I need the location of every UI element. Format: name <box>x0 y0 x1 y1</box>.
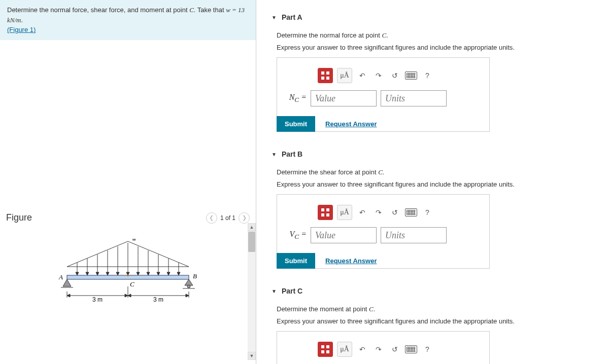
keyboard-button[interactable] <box>405 205 417 220</box>
part-a-prompt2: Express your answer to three significant… <box>277 44 594 51</box>
part-b-request-answer-link[interactable]: Request Answer <box>325 257 377 265</box>
help-button[interactable]: ? <box>421 342 433 357</box>
svg-marker-39 <box>67 294 70 297</box>
redo-button[interactable]: ↷ <box>373 205 385 220</box>
part-c-toolbar: μÅ ↶ ↷ ↺ ? <box>287 342 479 357</box>
part-b-units-input[interactable] <box>381 227 447 243</box>
svg-rect-49 <box>326 77 329 80</box>
templates-button[interactable] <box>318 342 333 357</box>
part-a-request-answer-link[interactable]: Request Answer <box>325 120 377 128</box>
undo-button[interactable]: ↶ <box>356 68 368 83</box>
keyboard-button[interactable] <box>405 342 417 357</box>
svg-marker-42 <box>128 294 131 297</box>
svg-marker-6 <box>86 272 89 275</box>
svg-text:B: B <box>193 272 197 280</box>
undo-button[interactable]: ↶ <box>356 205 368 220</box>
figure-prev-button[interactable]: ❮ <box>206 212 217 224</box>
svg-marker-43 <box>186 294 189 297</box>
reset-button[interactable]: ↺ <box>389 68 401 83</box>
figure-next-button[interactable]: ❯ <box>239 212 250 224</box>
part-a: ▼ Part A Determine the normal force at p… <box>272 10 594 132</box>
part-b-submit-button[interactable]: Submit <box>277 253 315 269</box>
redo-button[interactable]: ↷ <box>373 68 385 83</box>
mu-a-button[interactable]: μÅ <box>337 205 352 220</box>
reset-button[interactable]: ↺ <box>389 205 401 220</box>
undo-button[interactable]: ↶ <box>356 342 368 357</box>
scroll-down-icon[interactable]: ▼ <box>248 352 256 360</box>
part-a-units-input[interactable] <box>381 90 447 106</box>
part-c-header[interactable]: ▼ Part C <box>272 284 594 298</box>
prompt-mid: . Take that <box>194 6 226 14</box>
svg-marker-18 <box>147 272 150 275</box>
svg-marker-24 <box>177 272 180 275</box>
figure-scrollbar[interactable]: ▲ ▼ <box>248 223 256 360</box>
part-b-prompt1: Determine the shear force at point C. <box>277 168 594 176</box>
svg-text:A: A <box>58 273 63 281</box>
figure-title: Figure <box>6 212 32 223</box>
svg-rect-56 <box>321 350 324 353</box>
part-a-submit-button[interactable]: Submit <box>277 116 315 132</box>
label-w: w <box>132 239 137 242</box>
templates-button[interactable] <box>318 205 333 220</box>
templates-button[interactable] <box>318 68 333 83</box>
svg-rect-52 <box>321 213 324 216</box>
caret-down-icon: ▼ <box>272 288 277 294</box>
svg-marker-12 <box>116 272 119 275</box>
svg-marker-16 <box>137 272 140 275</box>
right-panel: ▼ Part A Determine the normal force at p… <box>256 0 609 364</box>
svg-marker-26 <box>63 279 71 286</box>
svg-rect-54 <box>321 345 324 348</box>
mu-a-button[interactable]: μÅ <box>337 342 352 357</box>
mu-a-button[interactable]: μÅ <box>337 68 352 83</box>
scroll-up-icon[interactable]: ▲ <box>248 223 256 231</box>
svg-point-31 <box>127 274 129 276</box>
svg-rect-57 <box>326 350 329 353</box>
svg-marker-4 <box>76 272 79 275</box>
part-b-value-input[interactable] <box>311 227 377 243</box>
svg-rect-53 <box>326 213 329 216</box>
part-a-header[interactable]: ▼ Part A <box>272 10 594 24</box>
prompt-point: C <box>189 6 194 14</box>
part-a-value-input[interactable] <box>311 90 377 106</box>
part-c-prompt1: Determine the moment at point C. <box>277 305 594 313</box>
part-b-input-row: VC = <box>287 227 479 243</box>
svg-text:C: C <box>130 280 134 288</box>
caret-down-icon: ▼ <box>272 15 277 20</box>
part-b: ▼ Part B Determine the shear force at po… <box>272 147 594 269</box>
svg-text:3 m: 3 m <box>153 296 163 303</box>
part-b-prompt2: Express your answer to three significant… <box>277 180 594 188</box>
svg-marker-22 <box>167 272 170 275</box>
svg-rect-50 <box>321 208 324 211</box>
part-a-prompt1: Determine the normal force at point C. <box>277 31 594 40</box>
figure-pager: ❮ 1 of 1 ❯ <box>206 212 250 224</box>
svg-rect-46 <box>321 71 324 75</box>
help-button[interactable]: ? <box>421 205 433 220</box>
part-a-title: Part A <box>282 13 302 21</box>
part-a-input-row: NC = <box>287 90 479 106</box>
figure-link[interactable]: (Figure 1) <box>7 26 36 33</box>
svg-rect-47 <box>326 71 329 75</box>
part-b-header[interactable]: ▼ Part B <box>272 147 594 161</box>
keyboard-button[interactable] <box>405 68 417 83</box>
part-b-toolbar: μÅ ↶ ↷ ↺ ? <box>287 205 479 220</box>
help-button[interactable]: ? <box>421 68 433 83</box>
figure-pager-text: 1 of 1 <box>220 214 235 222</box>
caret-down-icon: ▼ <box>272 152 277 157</box>
figure-image: w A B C 3 m 3 m <box>0 224 256 325</box>
svg-marker-8 <box>96 272 99 275</box>
scroll-thumb[interactable] <box>248 232 255 252</box>
redo-button[interactable]: ↷ <box>373 342 385 357</box>
svg-marker-28 <box>185 279 193 285</box>
problem-prompt: Determine the normal force, shear force,… <box>0 0 256 40</box>
svg-text:3 m: 3 m <box>92 296 103 303</box>
part-c-prompt2: Express your answer to three significant… <box>277 317 594 325</box>
figure-header: Figure ❮ 1 of 1 ❯ <box>0 212 256 224</box>
part-a-answer-box: μÅ ↶ ↷ ↺ ? NC = Submit Request Answer <box>277 57 490 132</box>
svg-rect-48 <box>321 77 324 80</box>
part-b-variable: VC = <box>287 230 307 241</box>
reset-button[interactable]: ↺ <box>389 342 401 357</box>
part-c-title: Part C <box>282 287 302 295</box>
part-a-toolbar: μÅ ↶ ↷ ↺ ? <box>287 68 479 83</box>
svg-marker-20 <box>157 272 160 275</box>
prompt-text: Determine the normal force, shear force,… <box>7 6 189 14</box>
